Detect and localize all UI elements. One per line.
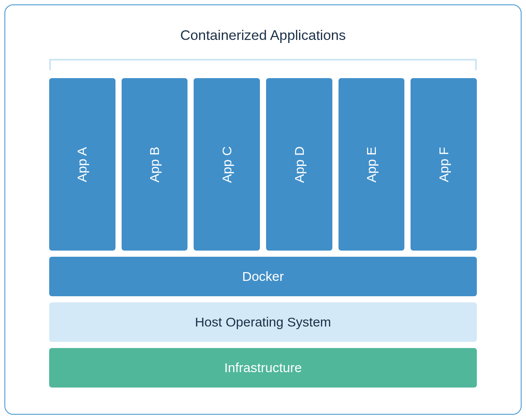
layer-infrastructure: Infrastructure: [49, 348, 477, 388]
app-box-b: App B: [122, 78, 188, 251]
layer-docker: Docker: [49, 257, 477, 296]
app-box-a: App A: [49, 78, 115, 251]
apps-row: App A App B App C App D App E App F: [49, 78, 477, 251]
app-box-e: App E: [339, 78, 405, 251]
app-box-d: App D: [266, 78, 332, 251]
app-label: App A: [75, 147, 90, 182]
app-label: App B: [147, 147, 162, 183]
apps-bracket: [49, 59, 477, 70]
diagram-container: Containerized Applications App A App B A…: [4, 4, 522, 415]
app-label: App E: [364, 147, 379, 183]
app-label: App F: [436, 147, 451, 182]
layer-host-os: Host Operating System: [49, 302, 477, 342]
diagram-title: Containerized Applications: [49, 27, 477, 43]
app-label: App D: [292, 146, 306, 183]
app-label: App C: [220, 146, 234, 183]
app-box-f: App F: [411, 78, 477, 251]
app-box-c: App C: [194, 78, 260, 251]
